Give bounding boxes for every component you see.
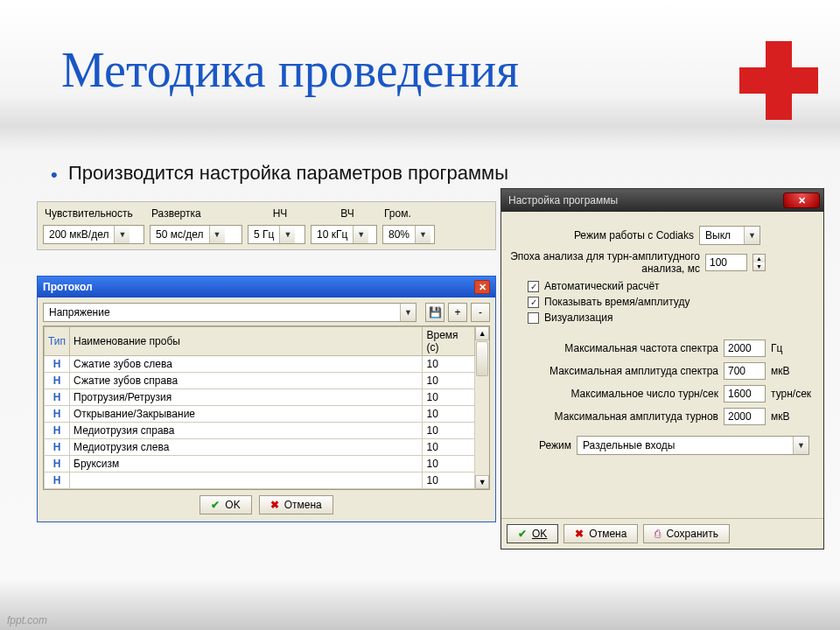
spinner-down-icon[interactable]: ▼ — [753, 262, 765, 270]
max-turn-amp-unit: мкВ — [771, 410, 815, 423]
chevron-down-icon: ▼ — [353, 226, 368, 243]
codiaks-combo[interactable]: Выкл ▼ — [699, 226, 760, 245]
lf-combo[interactable]: 5 Гц ▼ — [248, 225, 305, 244]
label-volume: Гром. — [384, 206, 488, 223]
chevron-down-icon: ▼ — [400, 304, 416, 321]
scrollbar-track[interactable] — [475, 377, 489, 475]
close-button[interactable]: ✕ — [783, 192, 820, 208]
check-icon: ✔ — [211, 499, 220, 511]
protocol-mode-combo[interactable]: Напряжение ▼ — [43, 303, 416, 322]
save-icon: ⎙ — [654, 528, 661, 540]
label-sweep: Развертка — [151, 206, 248, 223]
sweep-combo[interactable]: 50 мс/дел ▼ — [150, 225, 242, 244]
codiaks-value: Выкл — [700, 227, 744, 244]
table-row[interactable]: НПротрузия/Ретрузия10 — [45, 389, 475, 406]
ok-button[interactable]: ✔ OK — [507, 524, 558, 543]
epoch-label: Эпоха анализа для турн-амплитудного анал… — [510, 250, 700, 275]
auto-checkbox[interactable]: ✓ — [528, 281, 539, 292]
close-button[interactable]: ✕ — [474, 280, 490, 294]
max-turns-label: Максимальное число турн/сек — [510, 388, 718, 400]
mode-label: Режим — [510, 439, 571, 452]
row-type: Н — [45, 423, 70, 439]
max-freq-input[interactable]: 2000 — [724, 340, 766, 357]
watermark: fppt.com — [7, 614, 47, 626]
table-row[interactable]: НСжатие зубов слева10 — [45, 356, 475, 373]
settings-titlebar: Настройка программы ✕ — [501, 189, 823, 212]
epoch-input[interactable]: 100 — [705, 254, 747, 271]
table-row[interactable]: НОткрывание/Закрывание10 — [45, 406, 475, 423]
ok-label: OK — [532, 528, 547, 540]
max-turn-amp-label: Максимальная амплитуда турнов — [510, 410, 718, 423]
red-cross-logo — [735, 37, 822, 128]
row-time: 10 — [423, 472, 475, 489]
sweep-value: 50 мс/дел — [150, 226, 209, 243]
col-name[interactable]: Наименование пробы — [70, 327, 423, 356]
row-name: Сжатие зубов справа — [70, 373, 423, 389]
ok-label: OK — [225, 499, 240, 511]
mode-value: Раздельные входы — [578, 437, 793, 454]
add-toolbtn[interactable]: + — [448, 303, 467, 322]
spinner-up-icon[interactable]: ▲ — [753, 255, 765, 262]
slide-title: Методика проведения — [61, 42, 519, 98]
settings-window: Настройка программы ✕ Режим работы с Cod… — [500, 188, 824, 550]
volume-combo[interactable]: 80% ▼ — [382, 225, 435, 244]
visual-label: Визуализация — [544, 312, 613, 324]
cancel-button[interactable]: ✖ Отмена — [564, 524, 638, 543]
row-name: Открывание/Закрывание — [70, 406, 423, 423]
bullet-text: Производится настройка параметров програ… — [68, 162, 508, 185]
visual-checkbox[interactable] — [528, 312, 539, 324]
acquisition-toolbar: Чувствительность Развертка НЧ ВЧ Гром. 2… — [37, 201, 496, 250]
time-label: Показывать время/амплитуду — [544, 296, 690, 308]
row-type: Н — [45, 389, 70, 406]
table-row[interactable]: НСжатие зубов справа10 — [45, 373, 475, 389]
time-checkbox[interactable]: ✓ — [528, 297, 539, 308]
table-row[interactable]: НБруксизм10 — [45, 456, 475, 472]
row-type: Н — [45, 373, 70, 389]
ok-button[interactable]: ✔ OK — [200, 495, 251, 514]
max-freq-unit: Гц — [771, 342, 815, 354]
col-time[interactable]: Время (с) — [423, 327, 475, 356]
epoch-spinner[interactable]: ▲ ▼ — [752, 254, 766, 271]
row-type: Н — [45, 439, 70, 456]
table-row[interactable]: НМедиотрузия слева10 — [45, 439, 475, 456]
minus-icon: - — [479, 306, 482, 318]
chevron-down-icon: ▼ — [415, 226, 430, 243]
save-toolbtn[interactable]: 💾 — [425, 303, 444, 322]
protocol-table: Тип Наименование пробы Время (с) НСжатие… — [44, 326, 475, 489]
cancel-label: Отмена — [589, 528, 626, 540]
max-turn-amp-input[interactable]: 2000 — [724, 408, 766, 425]
row-name: Протрузия/Ретрузия — [70, 389, 423, 406]
sensitivity-combo[interactable]: 200 мкВ/дел ▼ — [43, 225, 144, 244]
row-name: Медиотрузия слева — [70, 439, 423, 456]
remove-toolbtn[interactable]: - — [471, 303, 490, 322]
volume-value: 80% — [383, 226, 415, 243]
row-name: Медиотрузия справа — [70, 423, 423, 439]
chevron-down-icon: ▼ — [793, 437, 808, 454]
label-lf: НЧ — [249, 206, 311, 223]
row-time: 10 — [423, 373, 475, 389]
table-row[interactable]: Н10 — [45, 472, 475, 489]
scrollbar-thumb[interactable] — [476, 341, 488, 376]
max-amp-input[interactable]: 700 — [724, 362, 766, 380]
scroll-down-icon[interactable]: ▼ — [475, 475, 489, 489]
mode-combo[interactable]: Раздельные входы ▼ — [577, 436, 809, 455]
row-type: Н — [45, 356, 70, 373]
row-time: 10 — [423, 439, 475, 456]
col-type[interactable]: Тип — [45, 327, 70, 356]
protocol-window: Протокол ✕ Напряжение ▼ 💾 + - Тип Наимен… — [37, 276, 496, 522]
chevron-down-icon: ▼ — [209, 226, 225, 243]
label-sensitivity: Чувствительность — [45, 206, 150, 223]
plus-icon: + — [454, 306, 460, 318]
scroll-up-icon[interactable]: ▲ — [475, 326, 489, 340]
row-type: Н — [45, 406, 70, 423]
row-time: 10 — [423, 423, 475, 439]
table-row[interactable]: НМедиотрузия справа10 — [45, 423, 475, 439]
cancel-button[interactable]: ✖ Отмена — [259, 495, 333, 514]
hf-value: 10 кГц — [312, 226, 353, 243]
table-scrollbar[interactable]: ▲ ▼ — [475, 326, 489, 489]
save-label: Сохранить — [666, 528, 718, 540]
row-time: 10 — [423, 356, 475, 373]
hf-combo[interactable]: 10 кГц ▼ — [311, 225, 377, 244]
save-button[interactable]: ⎙ Сохранить — [643, 524, 730, 543]
max-turns-input[interactable]: 1600 — [724, 385, 766, 402]
